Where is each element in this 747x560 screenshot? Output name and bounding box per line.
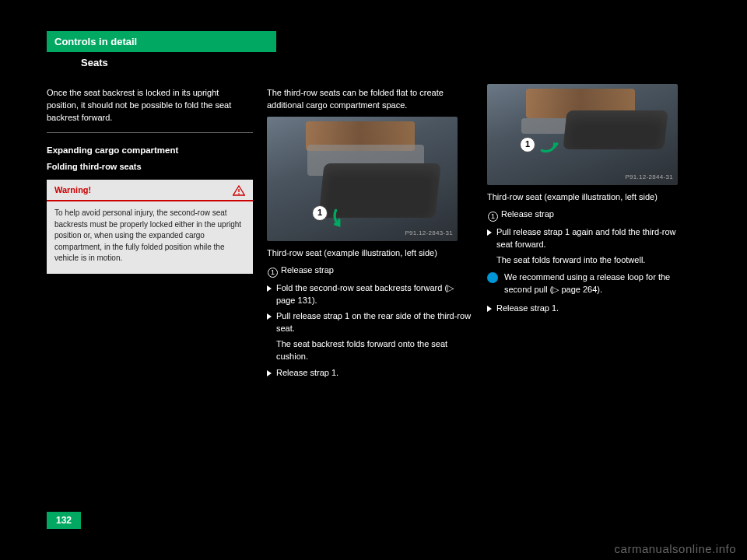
- warning-body: To help avoid personal injury, the secon…: [47, 201, 253, 274]
- col2-lead: The third-row seats can be folded flat t…: [267, 87, 473, 112]
- col3-caption-item-text: Release strap: [501, 209, 554, 219]
- intro-paragraph: Once the seat backrest is locked in its …: [47, 87, 253, 124]
- warning-box: Warning! To help avoid personal injury, …: [47, 180, 253, 273]
- step-text: Pull release strap 1 on the rear side of…: [276, 310, 473, 335]
- column-1: Once the seat backrest is locked in its …: [47, 87, 253, 383]
- manual-page: Controls in detail Seats Once the seat b…: [47, 31, 700, 529]
- step-bullet-icon: [487, 306, 492, 312]
- col2-caption-item-text: Release strap: [281, 265, 334, 275]
- step: Pull release strap 1 on the rear side of…: [267, 310, 473, 335]
- callout-1: 1: [520, 137, 535, 152]
- heading-expanding-cargo: Expanding cargo compartment: [47, 144, 253, 157]
- heading-folding-third-row: Folding third-row seats: [47, 161, 253, 173]
- callout-ref-1-icon: 1: [268, 268, 278, 278]
- col3-caption-title: Third-row seat (example illustration, le…: [487, 191, 693, 204]
- step-bullet-icon: [267, 285, 272, 292]
- photo-tag: P91.12-2843-31: [405, 229, 453, 238]
- step-text: Release strap 1.: [276, 367, 338, 380]
- photo-tag: P91.12-2844-31: [625, 173, 673, 182]
- step-bullet-icon: [487, 229, 492, 236]
- step: Release strap 1.: [487, 303, 693, 315]
- col2-caption-title: Third-row seat (example illustration, le…: [267, 247, 473, 260]
- step-text: Pull release strap 1 again and fold the …: [496, 226, 693, 251]
- column-3: 1 P91.12-2844-31 Third-row seat (example…: [487, 87, 693, 383]
- col2-caption-item: 1 Release strap: [267, 264, 473, 278]
- svg-point-1: [238, 194, 240, 195]
- watermark: carmanualsonline.info: [615, 542, 736, 555]
- warning-triangle-icon: [233, 185, 245, 196]
- info-note: We recommend using a release loop for th…: [487, 271, 693, 296]
- subsection-title: Seats: [81, 57, 700, 68]
- note-text: We recommend using a release loop for th…: [504, 271, 693, 296]
- column-2: The third-row seats can be folded flat t…: [267, 87, 473, 383]
- callout-ref-1-icon: 1: [488, 212, 498, 222]
- photo-seat-folded: 1 P91.12-2844-31: [487, 84, 678, 185]
- section-tab: Controls in detail: [47, 31, 276, 52]
- photo-seat-folded-cushion: [563, 110, 668, 149]
- photo-seat-upright: 1 P91.12-2843-31: [267, 117, 458, 241]
- page-number: 132: [47, 512, 81, 529]
- step: Pull release strap 1 again and fold the …: [487, 226, 693, 251]
- step-bullet-icon: [267, 370, 272, 376]
- step: Fold the second-row seat backrests forwa…: [267, 282, 473, 307]
- divider: [47, 132, 253, 133]
- step-result: The seat backrest folds forward onto the…: [276, 338, 473, 363]
- col3-caption-item: 1 Release strap: [487, 208, 693, 222]
- step-bullet-icon: [267, 313, 272, 320]
- info-icon: [487, 272, 498, 283]
- warning-title: Warning!: [54, 184, 91, 197]
- step-text: Fold the second-row seat backrests forwa…: [276, 282, 473, 307]
- step-result: The seat folds forward into the footwell…: [496, 254, 693, 267]
- warning-header: Warning!: [47, 180, 253, 201]
- content-columns: Once the seat backrest is locked in its …: [47, 87, 700, 383]
- step: Release strap 1.: [267, 367, 473, 380]
- green-arrow-icon: [538, 135, 559, 156]
- step-text: Release strap 1.: [496, 303, 559, 315]
- callout-1: 1: [312, 205, 328, 221]
- green-arrow-icon: [331, 207, 351, 227]
